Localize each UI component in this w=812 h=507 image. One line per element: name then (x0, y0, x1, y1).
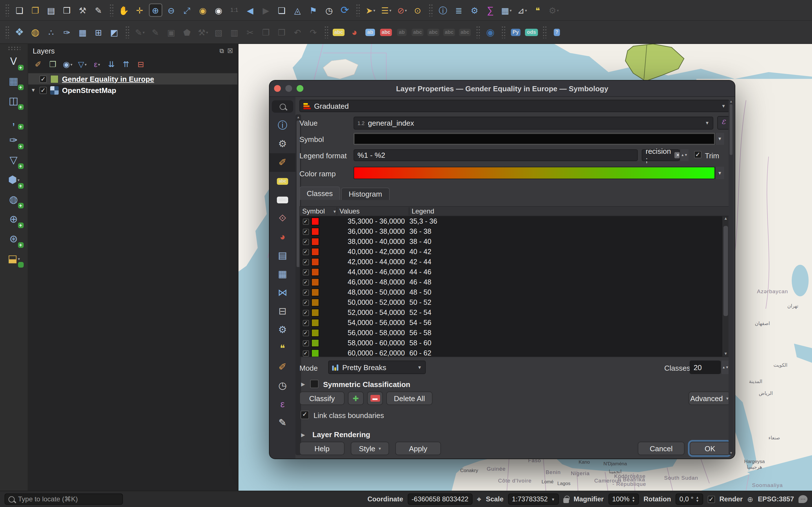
expand-icon[interactable]: ▼ (31, 87, 36, 93)
class-color-swatch[interactable] (311, 309, 319, 317)
add-vector-layer[interactable]: V + (5, 53, 22, 70)
highlight-pinned-labels[interactable]: abc (379, 25, 393, 39)
undo[interactable]: ↶ (291, 25, 305, 39)
tab-labels[interactable]: abc (269, 172, 296, 190)
class-checkbox[interactable]: ✓ (303, 330, 309, 336)
color-ramp-dropdown[interactable]: ▼ (715, 167, 724, 179)
class-row[interactable]: ✓ 35,3000 - 36,0000 35,3 - 36 (300, 216, 729, 226)
class-legend[interactable]: 40 - 42 (409, 248, 729, 256)
layer-item-openstreetmap[interactable]: ▼ ✓ OpenStreetMap (28, 84, 238, 96)
class-checkbox[interactable]: ✓ (303, 340, 309, 346)
float-panel-icon[interactable]: ⧉ (220, 47, 224, 54)
coordinate-field[interactable]: -6360658 8033422 (408, 494, 472, 505)
toolbar-grip[interactable] (543, 26, 546, 38)
toggle-editing[interactable]: ✎ (149, 25, 162, 39)
class-row[interactable]: ✓ 50,0000 - 52,0000 50 - 52 (300, 297, 729, 307)
class-color-swatch[interactable] (311, 268, 319, 276)
add-virtual-layer[interactable]: ▽ + (5, 152, 22, 168)
expression-builder-button[interactable]: ε (717, 116, 730, 129)
symbol-preview[interactable] (354, 133, 715, 145)
data-source-manager[interactable]: ❖ (13, 25, 27, 39)
class-color-swatch[interactable] (311, 339, 319, 347)
tab-actions[interactable]: ⚙ (269, 321, 296, 339)
sidebar-search-box[interactable] (272, 100, 293, 113)
cancel-button[interactable]: Cancel (638, 442, 684, 455)
tab-information[interactable]: ⓘ (269, 116, 296, 135)
class-row[interactable]: ✓ 42,0000 - 44,0000 42 - 44 (300, 257, 729, 267)
class-legend[interactable]: 52 - 54 (409, 309, 729, 317)
class-color-swatch[interactable] (311, 278, 319, 286)
tab-rendering[interactable]: ✐ (269, 358, 296, 376)
value-field-combobox[interactable]: 1.2 general_index ▼ (354, 117, 713, 129)
remove-class-button[interactable]: ▬ (367, 392, 383, 405)
layer-diagram[interactable]: ◕ (348, 25, 361, 39)
class-legend[interactable]: 60 - 62 (409, 349, 729, 357)
annotation-tools[interactable]: ⚙ ▾ (547, 3, 560, 17)
class-legend[interactable]: 56 - 58 (409, 329, 729, 337)
cut-features[interactable]: ✂ (244, 25, 257, 39)
class-color-swatch[interactable] (311, 238, 319, 245)
temporal-controller[interactable]: ◷ (322, 3, 336, 17)
class-checkbox[interactable]: ✓ (303, 228, 309, 235)
class-row[interactable]: ✓ 48,0000 - 50,0000 48 - 50 (300, 287, 729, 297)
manage-map-themes[interactable]: ◉ ▾ (62, 59, 73, 70)
copy-features[interactable]: ❐ (259, 25, 273, 39)
open-layer-styling[interactable]: ✐ (33, 59, 44, 70)
toolbar-grip[interactable] (428, 4, 433, 16)
open-project[interactable]: ❐ (29, 3, 42, 17)
class-checkbox[interactable]: ✓ (303, 218, 309, 224)
class-legend[interactable]: 35,3 - 36 (409, 217, 729, 225)
class-row[interactable]: ✓ 54,0000 - 56,0000 54 - 56 (300, 318, 729, 328)
precision-spin-buttons[interactable]: ▲▼ (679, 149, 689, 161)
apply-button[interactable]: Apply (395, 442, 441, 455)
redo[interactable]: ↷ (307, 25, 320, 39)
open-data-source[interactable]: ◍ (29, 25, 42, 39)
add-raster-layer[interactable]: ▦ + (5, 73, 22, 90)
class-row[interactable]: ✓ 46,0000 - 48,0000 46 - 48 (300, 277, 729, 287)
class-legend[interactable]: 58 - 60 (409, 339, 729, 347)
save-edits[interactable]: ▣ (165, 25, 178, 39)
rotation-spinbox[interactable]: 0,0 ° ▲▼ (675, 494, 703, 505)
ok-button[interactable]: OK (690, 442, 730, 455)
class-color-swatch[interactable] (311, 298, 319, 306)
tab-auxiliary-storage[interactable]: ⊟ (269, 302, 296, 321)
tab-masks[interactable]: abc (269, 190, 296, 209)
tab-source[interactable]: ⚙ (269, 135, 296, 153)
precision-spinner[interactable]: recision ; ✕ (642, 149, 679, 161)
collapse-all[interactable]: ⇈ (121, 59, 132, 70)
epsg-button[interactable]: EPSG:3857 (758, 495, 794, 503)
delete-selected[interactable]: ▥ (228, 25, 241, 39)
class-checkbox[interactable]: ✓ (303, 320, 309, 326)
move-label-diagram[interactable]: abc (427, 25, 441, 39)
class-checkbox[interactable]: ✓ (303, 289, 309, 295)
class-checkbox[interactable]: ✓ (303, 350, 309, 356)
layer-labeling[interactable]: abc (332, 25, 346, 39)
zoom-in[interactable]: ⊕ (149, 3, 162, 17)
new-spatialite-layer[interactable]: ▦ (76, 25, 90, 39)
class-color-swatch[interactable] (311, 248, 319, 256)
class-color-swatch[interactable] (311, 217, 319, 225)
renderer-combobox[interactable]: Graduated ▼ (299, 100, 730, 112)
add-group[interactable]: ❐ (47, 59, 59, 70)
add-feature[interactable]: ⬟ (181, 25, 194, 39)
minimize-traffic-light[interactable] (285, 85, 292, 92)
filter-legend[interactable]: ▽ ▾ (77, 59, 88, 70)
class-row[interactable]: ✓ 56,0000 - 58,0000 56 - 58 (300, 328, 729, 338)
color-ramp-preview[interactable] (354, 167, 715, 179)
toolbar-grip[interactable] (5, 26, 9, 38)
new-3d-map-view[interactable]: ◬ (291, 3, 305, 17)
layer-visibility-checkbox[interactable]: ✓ (40, 75, 47, 82)
class-color-swatch[interactable] (311, 349, 319, 357)
expand-all[interactable]: ⇊ (106, 59, 117, 70)
tab-histogram[interactable]: Histogram (341, 187, 390, 200)
filter-by-expression[interactable]: ε ▾ (91, 59, 103, 70)
class-row[interactable]: ✓ 40,0000 - 42,0000 40 - 42 (300, 247, 729, 257)
show-hide-labels[interactable]: abc (411, 25, 424, 39)
toolbar-grip[interactable] (356, 4, 360, 16)
spin-buttons[interactable]: ▲▼ (629, 496, 635, 503)
pan-to-selection[interactable]: ✛ (133, 3, 147, 17)
tab-attributes-form[interactable]: ▦ (269, 265, 296, 283)
attribute-table[interactable]: ▦ ▾ (500, 3, 513, 17)
tab-variables[interactable]: ε (269, 395, 296, 413)
scale-combobox[interactable]: 1:73783352 ▼ (508, 494, 559, 505)
